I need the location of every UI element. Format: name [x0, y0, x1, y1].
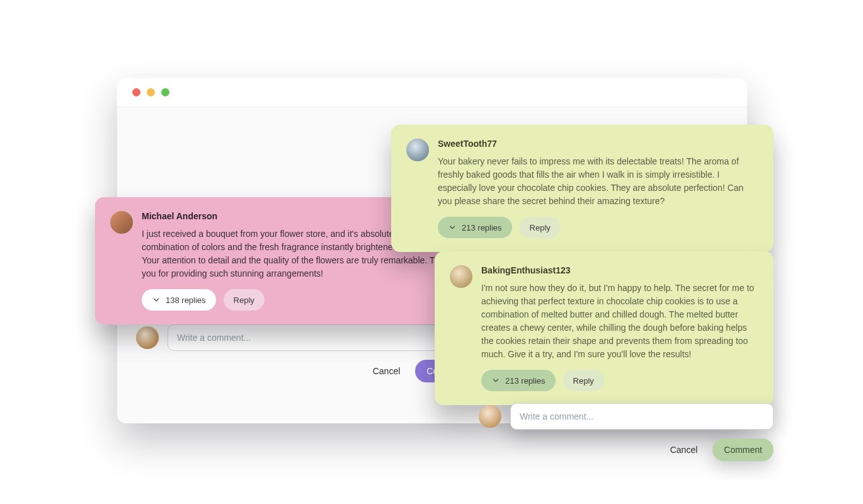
comment-button[interactable]: Comment — [712, 438, 774, 461]
avatar — [406, 139, 429, 161]
window-maximize-icon[interactable] — [161, 88, 169, 96]
reply-button[interactable]: Reply — [520, 217, 561, 238]
comment-username: SweetTooth77 — [438, 139, 756, 149]
avatar — [136, 326, 159, 349]
comment-composer-left: Cancel Comment — [136, 324, 476, 382]
replies-count-label: 213 replies — [505, 376, 546, 386]
reply-label: Reply — [573, 376, 594, 386]
window-titlebar — [117, 78, 747, 107]
comment-card-yellow-1: SweetTooth77 Your bakery never fails to … — [391, 125, 774, 252]
comment-composer-right: Cancel Comment — [479, 403, 774, 461]
reply-button[interactable]: Reply — [563, 370, 604, 391]
replies-count-label: 138 replies — [166, 295, 206, 305]
reply-button[interactable]: Reply — [224, 289, 265, 311]
replies-toggle[interactable]: 213 replies — [438, 217, 512, 238]
window-minimize-icon[interactable] — [147, 88, 155, 96]
avatar — [110, 211, 133, 234]
comment-text: I'm not sure how they do it, but I'm hap… — [481, 282, 756, 361]
window-close-icon[interactable] — [132, 88, 140, 96]
cancel-button[interactable]: Cancel — [369, 361, 404, 381]
cancel-button[interactable]: Cancel — [666, 440, 702, 460]
chevron-down-icon — [448, 223, 457, 232]
comment-input[interactable] — [168, 324, 476, 351]
reply-label: Reply — [530, 223, 551, 232]
reply-label: Reply — [234, 295, 254, 305]
chevron-down-icon — [491, 376, 500, 385]
comment-username: BakingEnthusiast123 — [481, 265, 756, 275]
comment-input[interactable] — [510, 403, 774, 430]
avatar — [479, 405, 501, 428]
replies-count-label: 213 replies — [462, 223, 502, 232]
replies-toggle[interactable]: 138 replies — [142, 289, 216, 311]
comment-text: Your bakery never fails to impress me wi… — [438, 155, 756, 208]
chevron-down-icon — [152, 295, 161, 304]
comment-card-yellow-2: BakingEnthusiast123 I'm not sure how the… — [435, 251, 774, 405]
avatar — [450, 265, 472, 288]
replies-toggle[interactable]: 213 replies — [481, 370, 556, 391]
